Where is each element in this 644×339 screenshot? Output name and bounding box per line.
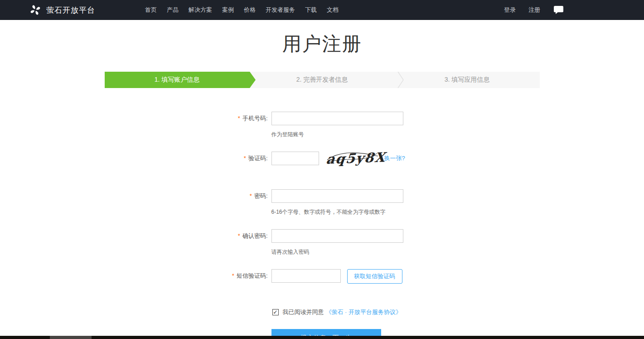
service-agreement-link[interactable]: 《萤石 · 开放平台服务协议》 <box>326 308 402 316</box>
phone-label: *手机号码: <box>105 112 268 125</box>
brand[interactable]: 萤石开放平台 <box>29 4 95 16</box>
step-1-account-info: 1. 填写账户信息 <box>105 72 250 88</box>
footer-strip-highlight <box>50 336 92 339</box>
captcha-image: aq5y8X <box>326 150 379 167</box>
step-divider-chevron-icon <box>397 72 404 88</box>
brand-name: 萤石开放平台 <box>46 5 95 15</box>
main-nav: 首页 产品 解决方案 案例 价格 开发者服务 下载 文档 <box>140 6 344 14</box>
page-title: 用户注册 <box>0 33 644 55</box>
confirm-password-label: *确认密码: <box>105 229 268 243</box>
phone-row: *手机号码: <box>105 112 540 125</box>
captcha-input[interactable] <box>271 152 319 165</box>
agreement-row: ✓ 我已阅读并同意 《萤石 · 开放平台服务协议》 <box>272 308 540 316</box>
nav-item-home[interactable]: 首页 <box>140 6 162 14</box>
nav-item-download[interactable]: 下载 <box>300 6 322 14</box>
confirm-password-row: *确认密码: <box>105 229 540 243</box>
confirm-password-hint: 请再次输入密码 <box>271 249 540 255</box>
required-mark: * <box>232 272 234 279</box>
register-link[interactable]: 注册 <box>522 6 547 14</box>
password-hint: 6-16个字母、数字或符号，不能全为字母或数字 <box>271 209 540 215</box>
phone-hint: 作为登陆账号 <box>271 131 540 138</box>
step-wizard: 1. 填写账户信息 2. 完善开发者信息 3. 填写应用信息 <box>105 72 540 88</box>
step-2-label: 2. 完善开发者信息 <box>296 76 348 84</box>
password-row: *密码: <box>105 189 540 203</box>
required-mark: * <box>238 232 240 239</box>
nav-item-cases[interactable]: 案例 <box>217 6 239 14</box>
registration-main: 用户注册 1. 填写账户信息 2. 完善开发者信息 3. 填写应用信息 *手机号… <box>0 33 644 339</box>
sms-code-input[interactable] <box>271 269 341 283</box>
step-1-label: 1. 填写账户信息 <box>155 76 200 84</box>
get-sms-code-button[interactable]: 获取短信验证码 <box>347 269 402 284</box>
sms-code-row: *短信验证码: 获取短信验证码 <box>105 269 540 284</box>
nav-item-docs[interactable]: 文档 <box>322 6 344 14</box>
captcha-label: *验证码: <box>105 152 268 165</box>
required-mark: * <box>238 115 240 122</box>
chat-bubble-icon[interactable] <box>554 6 563 14</box>
captcha-refresh-link[interactable]: 换一张? <box>384 154 405 162</box>
captcha-distortion-lines-icon <box>326 150 379 167</box>
navbar-right: 登录 注册 <box>498 6 563 14</box>
required-mark: * <box>244 155 246 162</box>
step-3-label: 3. 填写应用信息 <box>445 76 490 84</box>
password-input[interactable] <box>271 189 403 203</box>
password-label: *密码: <box>105 189 268 203</box>
confirm-password-input[interactable] <box>271 229 403 243</box>
step-3-app-info: 3. 填写应用信息 <box>395 72 540 88</box>
registration-form: *手机号码: 作为登陆账号 *验证码: aq5y8X 换 <box>105 112 540 339</box>
nav-item-products[interactable]: 产品 <box>162 6 184 14</box>
agreement-checkbox[interactable]: ✓ <box>272 309 279 315</box>
agreement-text: 我已阅读并同意 <box>283 308 324 316</box>
captcha-row: *验证码: aq5y8X 换一张? <box>105 152 540 167</box>
required-mark: * <box>250 192 252 199</box>
step-2-developer-info: 2. 完善开发者信息 <box>250 72 395 88</box>
nav-item-developer-services[interactable]: 开发者服务 <box>261 6 300 14</box>
nav-item-pricing[interactable]: 价格 <box>239 6 261 14</box>
login-link[interactable]: 登录 <box>498 6 522 14</box>
top-navbar: 萤石开放平台 首页 产品 解决方案 案例 价格 开发者服务 下载 文档 登录 注… <box>0 0 644 20</box>
ezviz-logo-icon <box>29 4 41 16</box>
footer-strip <box>0 336 644 339</box>
step-arrow <box>250 72 256 88</box>
sms-code-label: *短信验证码: <box>105 269 268 283</box>
nav-item-solutions[interactable]: 解决方案 <box>184 6 217 14</box>
phone-input[interactable] <box>271 112 403 125</box>
